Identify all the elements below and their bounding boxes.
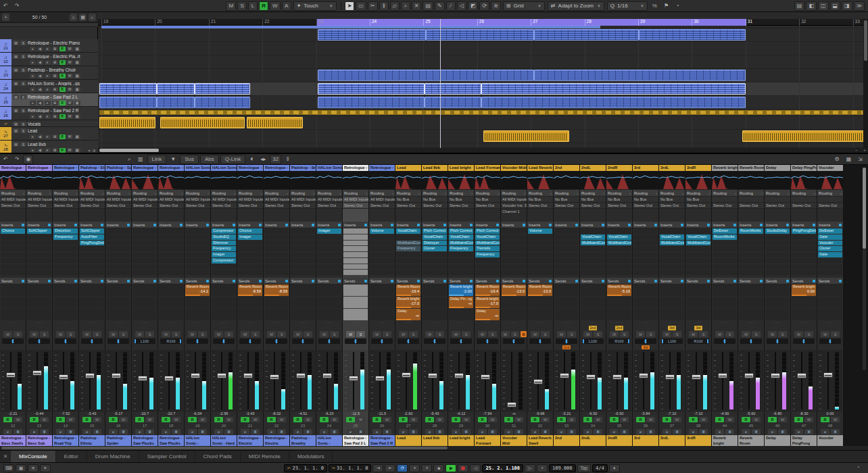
insert-slot-empty[interactable] [633, 234, 658, 240]
channel-menu-icon[interactable]: ≣ [277, 429, 286, 434]
insert-slot-empty[interactable] [370, 264, 394, 270]
mixer-channel-lead-bright[interactable]: Lead brightRouting‹No BusStereo OutInser… [448, 165, 475, 446]
sends-rack-header[interactable]: Sends [475, 278, 500, 284]
instrument-icon[interactable]: ⊞ [52, 114, 58, 119]
send-slot-empty[interactable] [713, 297, 737, 308]
edit-channel-button[interactable]: e [504, 429, 513, 434]
keyboard-icon[interactable]: ⌨ [3, 464, 14, 472]
mute-button[interactable]: M [135, 331, 144, 337]
channel-name-plate[interactable]: 3rdR [685, 435, 711, 446]
write-automation-button[interactable]: W [514, 417, 523, 422]
send-slot-empty[interactable] [607, 297, 631, 308]
eq-curve-thumbnail[interactable] [132, 171, 158, 190]
pan-control[interactable]: C [477, 339, 498, 344]
pan-control[interactable]: C [424, 339, 445, 344]
link-button[interactable]: Link [147, 155, 167, 164]
send-slot-empty[interactable] [449, 309, 473, 320]
eq-curve-thumbnail[interactable] [448, 171, 474, 190]
insert-slot-empty[interactable] [792, 241, 816, 246]
solo-button[interactable]: S [699, 331, 708, 337]
mixer-channel-vocoder[interactable]: VocoderRouting‹Stereo OutInsertsDeEsserG… [817, 165, 844, 446]
fader-handle[interactable] [692, 374, 701, 380]
insert-slot-empty[interactable] [159, 246, 183, 251]
channel-menu-icon[interactable]: ≣ [778, 429, 787, 434]
channel-menu-icon[interactable]: ≣ [409, 429, 418, 434]
channel-name-top[interactable]: Lead 8vb [422, 165, 448, 171]
solo-button[interactable]: S [541, 331, 550, 337]
channel-menu-icon[interactable]: ≣ [620, 429, 629, 434]
insert-slot[interactable]: PingPongDelay [80, 241, 104, 246]
channel-menu-icon[interactable]: ≣ [567, 429, 576, 434]
mute-button[interactable]: M [583, 331, 592, 337]
inserts-rack-header[interactable]: Inserts [290, 222, 316, 228]
inserts-rack-header[interactable]: Inserts [817, 222, 843, 228]
insert-slot[interactable]: Volume [370, 228, 394, 234]
insert-slot-empty[interactable] [686, 264, 710, 270]
fader-handle[interactable] [138, 376, 147, 381]
mixer-settings-icon[interactable]: ⚙ [832, 155, 842, 164]
routing-rack-header[interactable]: Routing‹ [659, 190, 685, 197]
chevron-down-icon[interactable]: ▾ [89, 148, 91, 153]
routing-rack-header[interactable]: Routing‹ [606, 190, 632, 197]
insert-slot-empty[interactable] [633, 258, 658, 264]
read-automation-button[interactable]: R [59, 101, 66, 105]
inserts-rack-header[interactable]: Inserts [185, 222, 210, 228]
mixer-channel-retrologue-electric-piano[interactable]: Retrologue - El.Routing‹All MIDI InputsS… [237, 165, 264, 446]
mute-button[interactable]: M [56, 331, 65, 337]
channel-name-plate[interactable]: Retrologue - Bass Sub [26, 435, 52, 446]
inserts-rack-header[interactable]: Inserts [501, 222, 527, 228]
channel-menu-icon[interactable]: ≣ [66, 429, 75, 434]
insert-slot-empty[interactable] [396, 252, 420, 257]
insert-slot-empty[interactable] [185, 270, 210, 275]
insert-slot[interactable]: VocalChain [396, 228, 420, 234]
send-slot[interactable]: Reverb Room-5.16 [607, 284, 631, 296]
insert-slot-empty[interactable] [554, 270, 579, 275]
output-routing[interactable]: Stereo Out [53, 203, 78, 209]
insert-slot-empty[interactable] [449, 264, 473, 270]
instrument-icon[interactable]: ⊞ [52, 60, 58, 65]
pan-control[interactable]: R100 [160, 339, 182, 344]
send-slot-empty[interactable] [660, 284, 684, 296]
input-routing[interactable]: No Bus [606, 197, 632, 203]
mixer-channel-padshop-spider-dance[interactable]: Padshop - Spid.Routing‹All MIDI InputsSt… [105, 165, 132, 446]
input-routing[interactable]: All MIDI Inputs [132, 197, 158, 203]
input-routing[interactable]: All MIDI Inputs [26, 197, 52, 203]
routing-rack-header[interactable]: Routing‹ [105, 190, 131, 197]
sends-rack-header[interactable]: Sends [791, 278, 817, 284]
send-slot-empty[interactable] [159, 284, 183, 296]
insert-slot-empty[interactable] [132, 246, 157, 251]
insert-slot[interactable]: SoftClipper [27, 228, 51, 234]
output-routing[interactable]: Stereo Out [211, 203, 237, 209]
insert-slot-empty[interactable] [739, 264, 763, 270]
sends-rack-header[interactable]: Sends [290, 278, 316, 284]
insert-slot-empty[interactable] [502, 228, 526, 234]
solo-button[interactable]: S [93, 331, 101, 337]
routing-rack-header[interactable]: Routing‹ [79, 190, 105, 197]
channel-name-plate[interactable]: Retrologue - Saw Plucks L [132, 435, 158, 446]
pan-control[interactable]: C [213, 339, 235, 344]
channel-name-plate[interactable]: Vocoder [817, 435, 843, 446]
write-automation-button[interactable]: W [251, 417, 260, 422]
edit-channel-button[interactable]: e [45, 47, 51, 51]
send-slot[interactable]: Delay-∞ [396, 309, 420, 320]
fader-handle[interactable] [718, 373, 727, 378]
monitor-button[interactable]: ◀ [37, 134, 43, 139]
insert-slot-empty[interactable] [528, 241, 552, 246]
sus-button[interactable]: Sus [180, 155, 199, 164]
routing-rack-header[interactable]: Routing‹ [765, 190, 790, 197]
send-slot-empty[interactable] [317, 309, 341, 320]
insert-slot-empty[interactable] [765, 258, 790, 264]
write-automation-button[interactable]: W [67, 134, 73, 139]
freeze-button[interactable]: ▣ [74, 101, 80, 105]
read-automation-button[interactable]: R [162, 417, 170, 422]
mute-button[interactable]: M [214, 331, 223, 337]
send-slot-empty[interactable] [106, 309, 130, 320]
split-tool[interactable]: ✂ [368, 1, 378, 11]
insert-slot-empty[interactable] [713, 264, 737, 270]
inserts-rack-header[interactable]: Inserts [237, 222, 263, 228]
send-slot-empty[interactable] [132, 297, 157, 308]
insert-slot-empty[interactable] [343, 252, 368, 257]
inserts-rack-header[interactable]: Inserts [316, 222, 342, 228]
routing-rack-header[interactable]: Routing‹ [817, 190, 843, 197]
insert-slot[interactable]: Imager [212, 252, 236, 257]
